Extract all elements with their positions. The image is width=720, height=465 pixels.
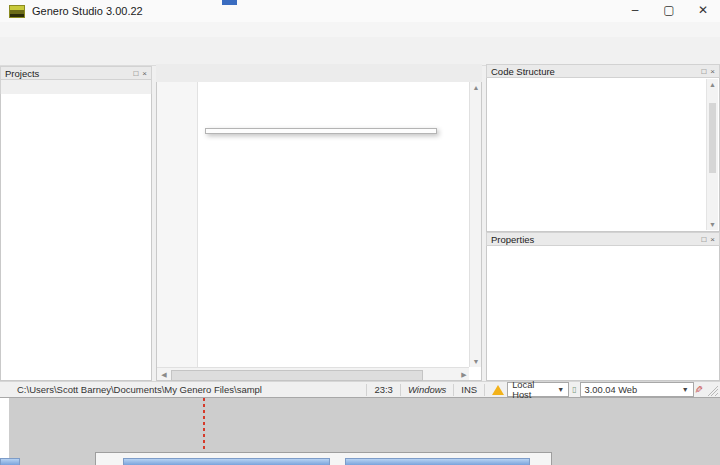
pin-icon[interactable]: □ <box>701 235 706 244</box>
scroll-up-icon[interactable]: ▲ <box>470 84 482 91</box>
projects-panel: Projects □ × <box>0 66 152 381</box>
title-bar: Genero Studio 3.00.22 – ▢ ✕ <box>0 0 720 23</box>
screen: { "window": {"title": "Genero Studio 3.0… <box>0 0 720 465</box>
platform-indicator: Windows <box>405 384 449 395</box>
server-selector[interactable]: 3.00.04 Web ▼ <box>580 382 694 397</box>
close-panel-icon[interactable]: × <box>710 67 715 76</box>
scroll-down-icon[interactable]: ▼ <box>470 358 482 365</box>
genero-studio-window: Genero Studio 3.00.22 – ▢ ✕ Projects □ ×… <box>0 0 720 398</box>
code-structure-tree <box>487 78 719 92</box>
server-selector-value: 3.00.04 Web <box>585 385 676 395</box>
toolbar-row-1 <box>0 37 720 51</box>
close-button[interactable]: ✕ <box>686 0 720 22</box>
status-file-path: C:\Users\Scott Barney\Documents\My Gener… <box>0 384 362 395</box>
editor-context-menu <box>205 128 437 134</box>
resize-grip[interactable] <box>706 384 718 396</box>
hscroll-thumb[interactable] <box>171 370 423 381</box>
background-form-field <box>345 458 530 465</box>
host-selector-value: Local Host <box>512 380 551 400</box>
projects-toolbar <box>0 80 152 94</box>
chevron-down-icon: ▼ <box>682 386 689 393</box>
code-structure-scrollbar[interactable]: ▲ ▼ <box>706 79 718 230</box>
line-number-gutter <box>157 82 198 367</box>
scroll-down-icon[interactable]: ▼ <box>707 221 718 228</box>
editor-tab-bar <box>156 64 482 83</box>
scroll-right-icon[interactable]: ▶ <box>458 371 470 379</box>
status-bar: C:\Users\Scott Barney\Documents\My Gener… <box>0 381 720 397</box>
insert-mode-indicator: INS <box>458 384 480 395</box>
background-form-field <box>123 458 330 465</box>
projects-panel-title: Projects <box>5 68 129 79</box>
background-window-fragment <box>0 398 9 465</box>
code-structure-panel: Code Structure □ × ▲ ▼ <box>486 64 720 232</box>
pin-icon[interactable]: □ <box>133 69 138 78</box>
edit-mode-icon[interactable]: ✎ <box>692 385 703 393</box>
background-form-field <box>0 458 20 465</box>
background-window-fragment <box>222 0 237 5</box>
scroll-up-icon[interactable]: ▲ <box>707 81 718 88</box>
cursor-position: 23:3 <box>371 384 396 395</box>
horizontal-scrollbar[interactable]: ◀ ▶ <box>157 367 469 380</box>
scroll-left-icon[interactable]: ◀ <box>158 371 170 379</box>
code-structure-title: Code Structure <box>491 66 697 77</box>
editor-body[interactable]: ▲ ▼ ◀ ▶ <box>156 82 482 381</box>
properties-table <box>486 246 720 381</box>
editor-area: ▲ ▼ ◀ ▶ <box>156 64 482 381</box>
app-icon <box>9 5 25 18</box>
warning-icon[interactable] <box>492 385 504 395</box>
host-selector[interactable]: Local Host ▼ <box>507 382 569 397</box>
fold-column <box>197 82 208 367</box>
chevron-down-icon: ▼ <box>557 386 564 393</box>
maximize-button[interactable]: ▢ <box>652 0 686 22</box>
scroll-thumb[interactable] <box>709 103 716 173</box>
host-status-icon: ▯ <box>569 385 579 394</box>
pin-icon[interactable]: □ <box>701 67 706 76</box>
projects-tree <box>0 94 152 381</box>
minimize-button[interactable]: – <box>618 0 652 22</box>
close-panel-icon[interactable]: × <box>710 235 715 244</box>
properties-title: Properties <box>491 234 697 245</box>
close-panel-icon[interactable]: × <box>142 69 147 78</box>
vertical-scrollbar[interactable]: ▲ ▼ <box>469 82 481 367</box>
window-title: Genero Studio 3.00.22 <box>32 5 143 17</box>
properties-panel: Properties □ × <box>486 232 720 381</box>
menu-bar <box>0 22 720 37</box>
